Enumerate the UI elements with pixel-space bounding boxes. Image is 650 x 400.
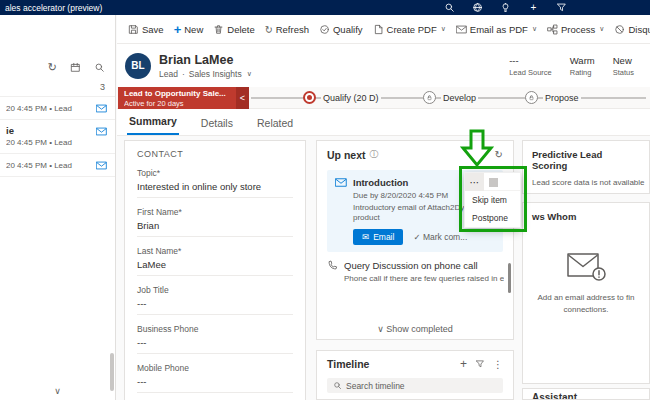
more-options-icon[interactable]: ⋯ [465, 173, 484, 191]
bpf-stage-chip[interactable]: Lead to Opportunity Sale... Active for 2… [118, 87, 249, 109]
search-icon[interactable] [444, 2, 455, 13]
email-icon[interactable] [96, 127, 107, 136]
up-next-widget: Up next ⓘ ↻ Introduction Due by 8/20/202… [316, 140, 514, 340]
entity-type-label: Lead [159, 69, 178, 79]
page-title: Brian LaMee [159, 53, 252, 67]
first-name-value[interactable]: Brian [137, 220, 293, 237]
bpf-chip-body: Lead to Opportunity Sale... Active for 2… [118, 87, 236, 109]
info-icon[interactable]: ⓘ [370, 148, 379, 161]
dot-separator: · [182, 69, 185, 79]
refresh-icon[interactable]: ↻ [495, 149, 503, 160]
qualify-button[interactable]: Qualify [314, 15, 368, 43]
stage-label: Qualify (20 D) [321, 93, 381, 103]
create-pdf-button[interactable]: Create PDF∨ [368, 15, 451, 43]
disqualify-button[interactable]: Disqualify∨ [609, 15, 650, 43]
timeline-header: Timeline + ⋮ [317, 351, 513, 377]
stage-qualify[interactable]: Qualify (20 D) [303, 91, 381, 104]
stage-label: Develop [441, 93, 478, 103]
filter-icon[interactable] [475, 359, 485, 369]
globe-icon[interactable] [472, 2, 483, 13]
chevron-down-icon: ∨ [532, 25, 537, 33]
refresh-button[interactable]: ↻Refresh [260, 15, 314, 43]
up-next-item[interactable]: Query Discussion on phone call Phone cal… [317, 252, 513, 283]
sales-insights-link[interactable]: Sales Insights [189, 69, 242, 79]
secondary-action-icon[interactable] [484, 173, 503, 191]
list-item-text: 20 4:45 PM • Lead [6, 159, 92, 170]
record-header: BL Brian LaMee Lead · Sales Insights ∨ -… [117, 44, 650, 87]
email-as-pdf-button[interactable]: Email as PDF∨ [451, 15, 542, 43]
activity-description: Phone call if there are few queries rais… [344, 274, 504, 283]
field-last-name: Last Name*LaMee [137, 246, 293, 276]
contact-section: CONTACT Topic*Interested in online only … [124, 140, 306, 400]
command-bar: Save +New Delete ↻Refresh Qualify Create… [117, 15, 650, 44]
add-icon[interactable]: + [460, 358, 467, 370]
show-completed-link[interactable]: ∨ Show completed [317, 324, 513, 334]
worklist-scrollbar[interactable] [110, 353, 114, 391]
search-icon [333, 381, 342, 390]
phone-icon [327, 260, 338, 271]
header-stats: ---Lead Source WarmRating NewStatus [509, 55, 634, 77]
trash-icon [213, 24, 224, 35]
new-button[interactable]: +New [169, 15, 209, 43]
mobile-phone-value[interactable]: --- [137, 376, 293, 393]
calendar-icon[interactable] [70, 62, 81, 73]
timeline-search[interactable] [327, 378, 503, 393]
list-item[interactable]: 20 4:45 PM • Lead [0, 154, 115, 177]
chevron-down-icon[interactable]: ∨ [247, 70, 252, 78]
process-button[interactable]: Process∨ [542, 15, 609, 43]
up-next-scrollbar[interactable] [508, 263, 511, 293]
wkw-message: Add an email address to fin connections. [532, 292, 640, 316]
bpf-chip-title: Lead to Opportunity Sale... [124, 89, 230, 98]
email-icon[interactable] [96, 104, 107, 113]
topic-value[interactable]: Interested in online only store [137, 181, 293, 198]
document-icon [373, 24, 384, 35]
job-title-value[interactable]: --- [137, 298, 293, 315]
list-item[interactable]: ie 20 4:45 PM • Lead [0, 120, 115, 154]
search-input[interactable] [346, 381, 497, 391]
predictive-lead-scoring-widget: Predictive Lead Scoring Lead score data … [522, 140, 650, 194]
worklist-toolbar: ↻ [0, 61, 105, 74]
chevron-left-icon[interactable]: < [236, 87, 249, 109]
save-button[interactable]: Save [123, 15, 169, 43]
search-icon[interactable] [94, 62, 105, 73]
refresh-icon[interactable]: ↻ [48, 61, 57, 74]
tab-related[interactable]: Related [255, 111, 295, 135]
tab-summary[interactable]: Summary [127, 109, 179, 135]
widget-title: Assistant [532, 392, 640, 400]
list-item[interactable]: 20 4:45 PM • Lead [0, 97, 115, 120]
who-knows-whom-widget: ws Whom Add an email address to fin conn… [522, 202, 650, 384]
menu-item-postpone[interactable]: Postpone [465, 209, 520, 227]
activity-title: Query Discussion on phone call [344, 260, 504, 271]
menu-item-skip[interactable]: Skip item [465, 191, 520, 209]
assistant-widget: Assistant [522, 388, 650, 400]
field-job-title: Job Title--- [137, 285, 293, 315]
stage-propose[interactable]: Propose [525, 91, 581, 104]
email-icon[interactable] [96, 161, 107, 170]
scoring-message: Lead score data is not available [532, 178, 640, 187]
mark-complete-link[interactable]: ✓ Mark com... [413, 232, 467, 242]
list-item-meta: 20 4:45 PM • Lead [6, 104, 92, 113]
item-context-menu: ⋯ Skip item Postpone [464, 172, 521, 228]
business-phone-value[interactable]: --- [137, 337, 293, 354]
last-name-value[interactable]: LaMee [137, 259, 293, 276]
plus-icon: + [174, 23, 182, 36]
filter-icon[interactable] [556, 2, 567, 13]
tab-details[interactable]: Details [199, 111, 235, 135]
chevron-down-icon[interactable]: ∨ [0, 386, 115, 396]
worklist-count: 3 [0, 74, 115, 97]
refresh-icon: ↻ [265, 24, 273, 35]
email-button[interactable]: ✉Email [353, 229, 403, 245]
active-stage-icon [303, 91, 316, 104]
stage-develop[interactable]: Develop [423, 91, 478, 104]
stage-label: Propose [543, 93, 581, 103]
avatar[interactable]: BL [125, 53, 151, 79]
field-first-name: First Name*Brian [137, 207, 293, 237]
quick-create-icon[interactable]: + [528, 2, 539, 13]
check-circle-icon [319, 24, 330, 35]
app-title: ales accelerator (preview) [5, 3, 102, 13]
delete-button[interactable]: Delete [208, 15, 259, 43]
save-icon [128, 24, 139, 35]
top-nav-bar: ales accelerator (preview) + [0, 0, 650, 15]
lightbulb-icon[interactable] [500, 2, 511, 13]
more-icon[interactable]: ⋮ [493, 359, 503, 370]
